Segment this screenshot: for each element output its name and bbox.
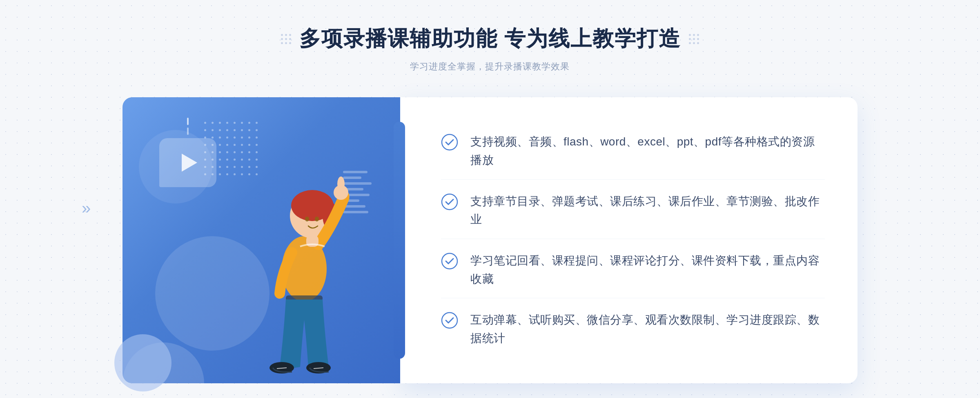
svg-point-5 [315,217,319,221]
left-deco-dots [281,34,291,44]
header-title-row: 多项录播课辅助功能 专为线上教学打造 [281,25,699,53]
right-deco-dots [689,34,699,44]
bottom-deco-circle [114,334,172,391]
person-figure [237,138,368,383]
svg-point-4 [305,217,309,221]
page-wrapper: » 多项录播课辅助功能 专为线上教学打造 [0,0,980,398]
feature-item-3: 学习笔记回看、课程提问、课程评论打分、课件资料下载，重点内容收藏 [441,242,825,299]
svg-point-14 [442,134,457,150]
outer-left-chevrons: » [82,199,91,217]
svg-point-7 [337,177,345,191]
check-icon-3 [441,253,458,270]
content-area: 支持视频、音频、flash、word、excel、ppt、pdf等各种格式的资源… [400,97,858,383]
play-bubble [159,138,216,187]
main-card: 支持视频、音频、flash、word、excel、ppt、pdf等各种格式的资源… [122,97,858,383]
header-section: 多项录播课辅助功能 专为线上教学打造 学习进度全掌握，提升录播课教学效果 [281,25,699,73]
svg-point-16 [442,253,457,269]
blue-sidebar-bar [394,122,405,359]
play-triangle [182,154,197,172]
svg-point-15 [442,194,457,210]
illustration-area [122,97,400,383]
feature-text-3: 学习笔记回看、课程提问、课程评论打分、课件资料下载，重点内容收藏 [470,252,825,288]
light-lines [187,118,189,135]
check-icon-4 [441,312,458,329]
feature-text-4: 互动弹幕、试听购买、微信分享、观看次数限制、学习进度跟踪、数据统计 [470,311,825,348]
feature-item-1: 支持视频、音频、flash、word、excel、ppt、pdf等各种格式的资源… [441,123,825,180]
feature-text-2: 支持章节目录、弹题考试、课后练习、课后作业、章节测验、批改作业 [470,192,825,229]
subtitle: 学习进度全掌握，提升录播课教学效果 [281,60,699,73]
check-icon-2 [441,193,458,210]
main-title: 多项录播课辅助功能 专为线上教学打造 [299,25,681,53]
svg-point-17 [442,313,457,328]
feature-item-2: 支持章节目录、弹题考试、课后练习、课后作业、章节测验、批改作业 [441,183,825,239]
feature-text-1: 支持视频、音频、flash、word、excel、ppt、pdf等各种格式的资源… [470,133,825,170]
check-icon-1 [441,134,458,151]
feature-item-4: 互动弹幕、试听购买、微信分享、观看次数限制、学习进度跟踪、数据统计 [441,301,825,358]
